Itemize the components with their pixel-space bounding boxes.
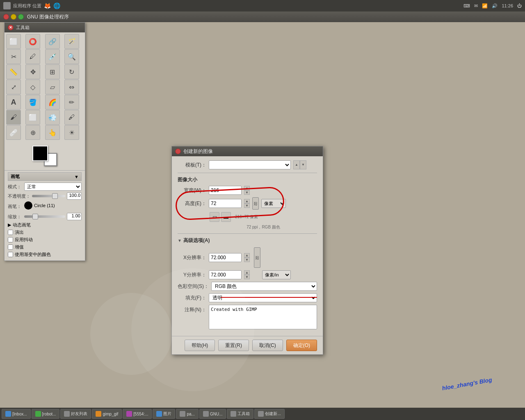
fade-checkbox[interactable]: [8, 230, 13, 235]
foreground-color[interactable]: [32, 146, 48, 161]
tool-color-picker[interactable]: 💉: [45, 49, 60, 64]
dialog-buttons: 帮助(H) 重置(R) 取消(C) 确定(O): [172, 336, 323, 354]
tool-ink[interactable]: 🖋: [64, 110, 79, 125]
close-btn[interactable]: [3, 14, 9, 20]
width-input[interactable]: [209, 186, 242, 195]
taskbar-item-images[interactable]: 图片: [153, 409, 175, 419]
tool-free-select[interactable]: 🔗: [45, 34, 60, 49]
width-spin[interactable]: ▲ ▼: [244, 186, 250, 195]
jitter-checkbox[interactable]: [8, 237, 13, 242]
template-spin-down[interactable]: ▼: [300, 160, 306, 169]
gradient-checkbox[interactable]: [8, 252, 13, 257]
chain-link-icon[interactable]: ⛓: [252, 197, 259, 210]
tool-paths[interactable]: 🖊: [25, 49, 40, 64]
tool-eraser[interactable]: ⬜: [25, 110, 40, 125]
mode-label: 模式：: [8, 184, 23, 190]
opacity-thumb[interactable]: [52, 193, 58, 199]
height-spin-down[interactable]: ▼: [244, 203, 250, 208]
tool-airbrush[interactable]: 💨: [45, 110, 60, 125]
y-res-input[interactable]: [209, 270, 242, 279]
taskbar-item-create[interactable]: 创建新...: [254, 409, 284, 419]
taskbar-item-5554[interactable]: [5554:...: [123, 409, 152, 419]
template-select[interactable]: [209, 160, 291, 169]
toolbox-close[interactable]: ✕: [8, 25, 14, 30]
landscape-icon[interactable]: ▬: [221, 212, 231, 222]
tool-clone[interactable]: ⊕: [25, 125, 40, 140]
separator-1: [178, 173, 317, 173]
tool-move[interactable]: ✥: [25, 64, 40, 79]
tool-align[interactable]: ⊞: [45, 64, 60, 79]
increment-checkbox[interactable]: [8, 244, 13, 250]
taskbar-item-gnu[interactable]: GNU...: [199, 409, 226, 419]
tool-bucket-fill[interactable]: 🪣: [25, 95, 40, 110]
tool-scale[interactable]: ⤢: [6, 80, 21, 94]
taskbar-label-pa: pa...: [187, 412, 194, 416]
tool-perspective[interactable]: ▱: [45, 80, 60, 94]
brush-preview: Circle (11): [24, 201, 55, 210]
height-input[interactable]: [209, 199, 242, 208]
unit-select[interactable]: 像素 in mm: [261, 199, 286, 208]
template-row: 模板(T)： ▲ ▼: [178, 160, 317, 169]
tool-smudge[interactable]: 👆: [45, 125, 60, 140]
tool-heal[interactable]: 🩹: [6, 125, 21, 140]
res-unit-select[interactable]: 像素/in 像素/mm: [262, 270, 291, 279]
tool-paintbrush[interactable]: 🖌: [6, 110, 21, 125]
min-btn[interactable]: [11, 14, 16, 20]
tool-dodge[interactable]: ☀: [64, 125, 79, 140]
max-btn[interactable]: [18, 14, 24, 20]
tool-measure[interactable]: 📏: [6, 64, 21, 79]
tool-flip[interactable]: ⇔: [64, 80, 79, 94]
reset-button[interactable]: 重置(R): [218, 340, 249, 351]
x-res-spin-down[interactable]: ▼: [244, 258, 250, 262]
taskbar-item-friends[interactable]: 好友列表: [60, 409, 91, 419]
tool-shear[interactable]: ◇: [25, 80, 40, 94]
tool-rect-select[interactable]: ⬜: [6, 34, 21, 49]
tool-pencil[interactable]: ✏: [64, 95, 79, 110]
fill-select[interactable]: 透明 前景色 背景色 白色: [209, 293, 317, 302]
cancel-button[interactable]: 取消(C): [252, 340, 283, 351]
increment-checkbox-row: 增值: [8, 244, 82, 250]
zoom-thumb[interactable]: [32, 214, 38, 219]
x-res-spin[interactable]: ▲ ▼: [244, 253, 250, 262]
mode-select[interactable]: 正常: [24, 183, 82, 191]
zoom-slider[interactable]: [24, 215, 65, 218]
x-res-spin-up[interactable]: ▲: [244, 253, 250, 258]
dialog-close-btn[interactable]: [175, 148, 181, 154]
tool-blend[interactable]: 🌈: [45, 95, 60, 110]
taskbar-item-gimp[interactable]: gimp_gif: [92, 409, 122, 419]
help-button[interactable]: 帮助(H): [185, 340, 215, 351]
blog-watermark: hloe_zhang's Blog: [441, 376, 492, 391]
comment-textarea[interactable]: Created with GIMP: [209, 305, 317, 329]
width-spin-up[interactable]: ▲: [244, 186, 250, 190]
width-spin-down[interactable]: ▼: [244, 190, 250, 195]
taskbar-item-pa[interactable]: pa...: [176, 409, 198, 419]
template-spin[interactable]: ▲ ▼: [293, 160, 306, 169]
app-indicator[interactable]: [3, 2, 11, 9]
tool-fuzzy-select[interactable]: 🪄: [64, 34, 79, 49]
opacity-slider[interactable]: [32, 195, 65, 197]
taskbar-item-robot[interactable]: [robot...: [32, 409, 60, 419]
tool-rotate[interactable]: ↻: [64, 64, 79, 79]
y-res-spin-up[interactable]: ▲: [244, 270, 250, 275]
taskbar-item-inbox[interactable]: [Inbox...: [2, 409, 31, 419]
x-res-input[interactable]: [209, 253, 242, 262]
jitter-checkbox-row: 应用抖动: [8, 237, 82, 243]
advanced-toggle[interactable]: ▼ 高级选项(A): [178, 237, 317, 244]
portrait-icon[interactable]: ▭: [210, 212, 219, 222]
tool-ellipse-select[interactable]: ⭕: [25, 34, 40, 49]
taskbar-label-create: 创建新...: [265, 411, 281, 417]
window-controls[interactable]: [3, 14, 24, 20]
template-spin-up[interactable]: ▲: [293, 160, 300, 169]
height-spin-up[interactable]: ▲: [244, 199, 250, 203]
ok-button[interactable]: 确定(O): [286, 340, 317, 351]
tool-text[interactable]: A: [6, 95, 21, 110]
y-res-spin-down[interactable]: ▼: [244, 275, 250, 279]
taskbar-item-toolbox[interactable]: 工具箱: [227, 409, 253, 419]
tool-zoom[interactable]: 🔍: [64, 49, 79, 64]
colorspace-select[interactable]: RGB 颜色 灰度: [211, 282, 317, 291]
y-res-spin[interactable]: ▲ ▼: [244, 270, 250, 279]
height-spin[interactable]: ▲ ▼: [244, 199, 250, 208]
tool-scissors[interactable]: ✂: [6, 49, 21, 64]
res-chain-icon[interactable]: ⛓: [254, 247, 260, 268]
toolbox-titlebar: ✕ 工具箱: [5, 23, 85, 32]
